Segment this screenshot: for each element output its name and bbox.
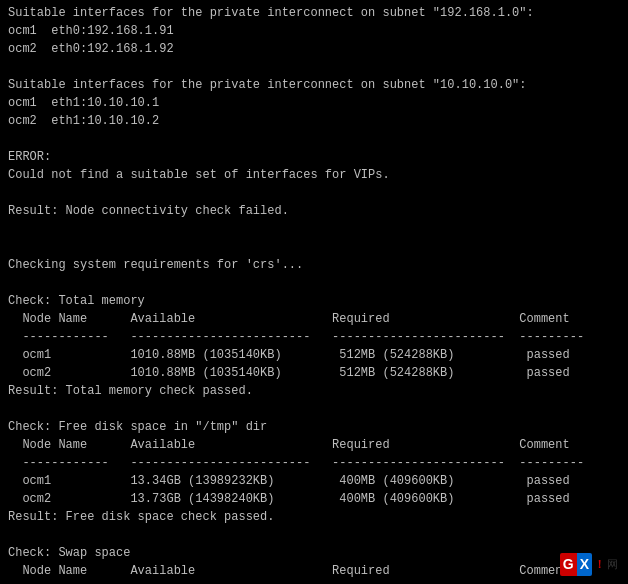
terminal-output: Suitable interfaces for the private inte… — [8, 4, 620, 584]
watermark-network: 网 — [607, 556, 618, 573]
gx-x-letter: X — [577, 553, 592, 576]
gx-g-letter: G — [560, 553, 577, 576]
watermark-i: ！ — [594, 556, 605, 573]
watermark: GX ！ 网 — [560, 553, 620, 576]
gx-logo: GX — [560, 553, 592, 576]
